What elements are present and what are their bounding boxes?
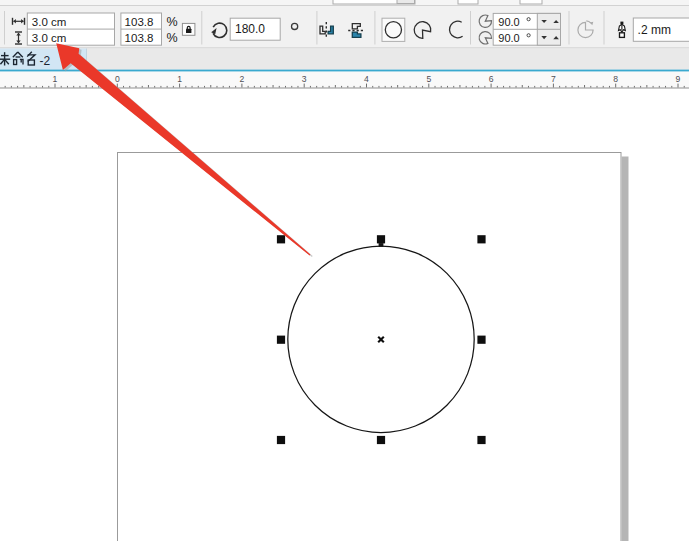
svg-text:8: 8 — [613, 74, 618, 84]
svg-text:1: 1 — [177, 74, 182, 84]
svg-text:6: 6 — [489, 74, 494, 84]
svg-text:3.0 cm: 3.0 cm — [32, 16, 67, 28]
svg-text:103.8: 103.8 — [125, 16, 154, 28]
svg-text:5: 5 — [426, 74, 431, 84]
svg-text:103.8: 103.8 — [125, 32, 154, 44]
svg-text:4: 4 — [364, 74, 369, 84]
svg-text:1: 1 — [53, 74, 58, 84]
svg-text:%: % — [167, 31, 178, 45]
svg-text:3.0 cm: 3.0 cm — [32, 32, 67, 44]
svg-text:-2: -2 — [40, 54, 51, 68]
svg-text:0: 0 — [115, 74, 120, 84]
svg-text:3: 3 — [302, 74, 307, 84]
svg-text:9: 9 — [676, 74, 681, 84]
svg-text:180.0: 180.0 — [235, 22, 265, 36]
svg-text:7: 7 — [551, 74, 556, 84]
svg-text:2: 2 — [240, 74, 245, 84]
svg-text:.2 mm: .2 mm — [638, 23, 671, 37]
svg-text:%: % — [167, 15, 178, 29]
svg-text:90.0: 90.0 — [498, 16, 519, 28]
svg-text:90.0: 90.0 — [498, 32, 519, 44]
